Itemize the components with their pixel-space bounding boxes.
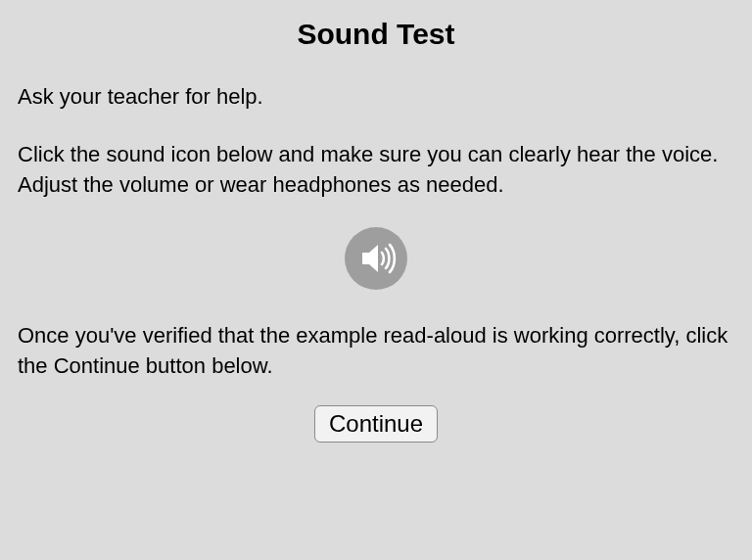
sound-icon-container: [18, 227, 734, 290]
speaker-icon: [352, 235, 400, 282]
continue-button[interactable]: Continue: [314, 405, 438, 443]
play-sound-button[interactable]: [345, 227, 407, 290]
button-row: Continue: [18, 405, 734, 443]
instruction-click-sound: Click the sound icon below and make sure…: [18, 140, 734, 201]
instruction-ask-teacher: Ask your teacher for help.: [18, 82, 734, 113]
page-title: Sound Test: [18, 18, 734, 51]
instruction-continue: Once you've verified that the example re…: [18, 321, 734, 382]
sound-test-panel: Sound Test Ask your teacher for help. Cl…: [0, 0, 752, 560]
